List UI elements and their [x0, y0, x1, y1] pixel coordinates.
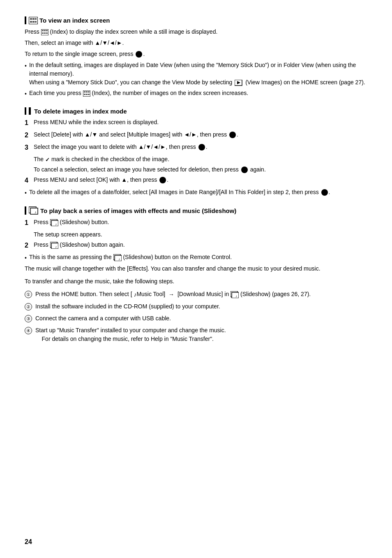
svg-rect-22 [88, 94, 90, 95]
page-number: 24 [25, 538, 32, 546]
svg-rect-5 [32, 21, 35, 23]
svg-rect-19 [88, 91, 90, 93]
svg-rect-6 [35, 21, 37, 23]
svg-rect-10 [46, 30, 48, 31]
svg-rect-8 [42, 30, 44, 31]
bullet-dot-2: • [25, 90, 27, 98]
section-title-delete: To delete images in index mode [34, 108, 127, 115]
circle-num-1: ① [25, 291, 32, 298]
svg-rect-20 [84, 94, 85, 95]
circle-num-2: ② [25, 303, 32, 310]
svg-rect-2 [32, 18, 35, 20]
circle-num-3: ③ [25, 315, 32, 322]
slideshow-para-1: The music will change together with the … [25, 264, 367, 273]
slideshow-circle-3-text: Connect the camera and a computer with U… [35, 314, 171, 323]
section-body-slideshow: 1 Press ♪ (Slideshow) button. The setup … [25, 218, 367, 343]
section-slideshow: ♪ To play back a series of images with e… [25, 206, 367, 343]
svg-marker-15 [237, 81, 240, 84]
svg-rect-0 [29, 17, 38, 24]
section-title-index: To view an index screen [39, 17, 110, 24]
bullet-dot-3: • [25, 189, 27, 197]
svg-rect-4 [30, 21, 32, 23]
svg-rect-24 [30, 208, 38, 214]
index-para-3: To return to the single image screen, pr… [25, 50, 367, 58]
svg-text:♪: ♪ [55, 245, 57, 249]
delete-step-3: 3 Select the image you want to delete wi… [25, 143, 367, 153]
svg-text:♪: ♪ [235, 294, 237, 298]
step-num-4: 4 [25, 176, 30, 185]
index-bullet-2-text: Each time you press (Index), the number … [29, 89, 248, 97]
delete-step-3-indent-2: To cancel a selection, select an image y… [34, 165, 367, 174]
slideshow-bullet-1-text: This is the same as pressing the ♪ (Slid… [29, 253, 232, 262]
slideshow-circle-2: ② Install the software included in the C… [25, 302, 367, 311]
section-header-slideshow: ♪ To play back a series of images with e… [25, 206, 367, 215]
svg-text:♪: ♪ [35, 210, 37, 214]
section-body-index: Press (Index) to display the index scree… [25, 28, 367, 98]
svg-rect-18 [86, 91, 88, 93]
delete-step-2: 2 Select [Delete] with ▲/▼ and select [M… [25, 130, 367, 140]
slideshow-step-1: 1 Press ♪ (Slideshow) button. [25, 218, 367, 228]
bullet-dot-1: • [25, 62, 27, 70]
svg-rect-11 [42, 32, 44, 34]
step-num-1: 1 [25, 118, 30, 128]
svg-text:♪: ♪ [118, 257, 120, 261]
index-bullet-1: • In the default setting, images are dis… [25, 61, 367, 87]
slideshow-circle-3: ③ Connect the camera and a computer with… [25, 314, 367, 323]
delete-step-4-text: Press MENU and select [OK] with ▲, then … [34, 176, 168, 184]
index-para-1: Press (Index) to display the index scree… [25, 28, 367, 36]
svg-rect-12 [44, 32, 46, 34]
ss-step-num-2: 2 [25, 241, 30, 250]
slideshow-circle-1-text: Press the HOME button. Then select [ ♪Mu… [35, 290, 311, 299]
delete-step-3-text: Select the image you want to delete with… [34, 143, 208, 151]
slideshow-circle-4: ④ Start up "Music Transfer" installed to… [25, 326, 367, 343]
bullet-dot-4: • [25, 254, 27, 262]
delete-step-2-text: Select [Delete] with ▲/▼ and select [Mul… [34, 130, 238, 139]
slideshow-bullet-1: • This is the same as pressing the ♪ (Sl… [25, 253, 367, 262]
delete-step-1: 1 Press MENU while the index screen is d… [25, 118, 367, 128]
svg-rect-13 [46, 32, 48, 34]
section-title-slideshow: To play back a series of images with eff… [40, 207, 236, 214]
bar-icon-delete [29, 107, 31, 115]
index-para-2: Then, select an image with ▲/▼/◄/►. [25, 39, 367, 47]
slideshow-circle-1: ① Press the HOME button. Then select [ ♪… [25, 290, 367, 299]
svg-rect-1 [30, 18, 32, 20]
ss-step-num-1: 1 [25, 218, 30, 228]
delete-bullet-1-text: To delete all the images of a date/folde… [29, 188, 330, 197]
section-index-screen: To view an index screen Press (Index) to… [25, 16, 367, 98]
slideshow-para-2: To transfer and change the music, take t… [25, 277, 367, 286]
delete-step-3-indent-1: The ✓ mark is checked in the checkbox of… [34, 155, 367, 164]
slideshow-step-1-indent: The setup screen appears. [34, 230, 367, 239]
delete-step-1-text: Press MENU while the index screen is dis… [34, 118, 159, 127]
slideshow-step-2: 2 Press ♪ (Slideshow) button again. [25, 241, 367, 250]
index-bullet-2: • Each time you press (Index), the numbe… [25, 89, 367, 98]
index-icon [29, 16, 39, 24]
section-header-delete: To delete images in index mode [25, 107, 367, 115]
index-bullet-1-text: In the default setting, images are displ… [29, 61, 367, 87]
svg-rect-3 [35, 18, 37, 20]
section-delete-images: To delete images in index mode 1 Press M… [25, 107, 367, 197]
delete-bullet-1: • To delete all the images of a date/fol… [25, 188, 367, 197]
slideshow-step-2-text: Press ♪ (Slideshow) button again. [34, 241, 125, 249]
slideshow-circle-2-text: Install the software included in the CD-… [35, 302, 220, 311]
svg-rect-21 [86, 94, 88, 95]
delete-step-4: 4 Press MENU and select [OK] with ▲, the… [25, 176, 367, 185]
step-num-3: 3 [25, 143, 30, 153]
circle-num-4: ④ [25, 327, 32, 334]
step-num-2: 2 [25, 130, 30, 140]
section-body-delete: 1 Press MENU while the index screen is d… [25, 118, 367, 197]
svg-rect-9 [44, 30, 46, 31]
slideshow-circle-4-text: Start up "Music Transfer" installed to y… [35, 326, 226, 343]
svg-text:♪: ♪ [55, 222, 57, 226]
section-header-index: To view an index screen [25, 16, 367, 24]
slideshow-step-1-text: Press ♪ (Slideshow) button. [34, 218, 109, 227]
svg-rect-17 [84, 91, 85, 93]
slideshow-icon: ♪ [29, 206, 40, 215]
